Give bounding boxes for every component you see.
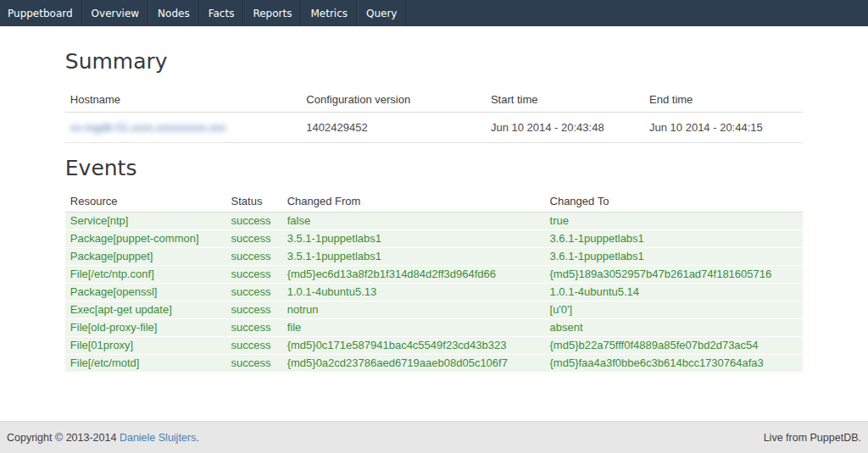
event-changed-from-cell: {md5}ec6d13a8f2b1f314d84d2ff3d964fd66 [282, 266, 545, 284]
nav-brand-item: Puppetboard [0, 0, 82, 26]
nav-item-overview-item: Overview [82, 0, 149, 26]
event-changed-to-cell: 3.6.1-1puppetlabs1 [545, 230, 804, 248]
event-status-cell: success [226, 248, 282, 266]
nav-item-query-item: Query [357, 0, 406, 26]
summary-hostname-cell: xx-mgdb-01.xxxx.xxxxxxxxx.xxx [65, 112, 302, 142]
event-changed-to-cell: 3.6.1-1puppetlabs1 [545, 248, 804, 266]
event-resource-cell: Exec[apt-get update] [65, 301, 226, 319]
event-status-cell: success [226, 337, 282, 355]
events-col-header: Resource [65, 192, 226, 213]
summary-col-header: End time [644, 88, 803, 113]
summary-col-header: Start time [486, 88, 644, 113]
event-changed-from-cell: 1.0.1-4ubuntu5.13 [282, 284, 545, 301]
nav-item-overview[interactable]: Overview [82, 0, 149, 26]
event-status-cell: success [226, 319, 282, 337]
summary-row: xx-mgdb-01.xxxx.xxxxxxxxx.xxx 1402429452… [65, 112, 803, 142]
event-changed-to-cell: [u'0'] [545, 301, 804, 319]
nav-item-facts-item: Facts [199, 0, 244, 26]
event-resource-cell: File[01proxy] [65, 337, 226, 355]
report-page: Summary HostnameConfiguration versionSta… [0, 26, 868, 421]
event-status-cell: success [226, 213, 282, 230]
event-changed-to-cell: true [545, 213, 804, 230]
nav-item-query[interactable]: Query [357, 0, 406, 26]
event-changed-from-cell: notrun [282, 301, 545, 319]
event-changed-to-cell: {md5}faa4a3f0bbe6c3b614bcc1730764afa3 [545, 355, 804, 373]
event-row: Service[ntp]successfalsetrue [65, 213, 803, 230]
event-status-cell: success [226, 355, 282, 373]
event-resource-cell: Service[ntp] [65, 213, 226, 230]
event-changed-to-cell: absent [545, 319, 804, 337]
copyright-suffix: . [196, 432, 198, 444]
event-resource-cell: Package[openssl] [65, 284, 226, 301]
event-row: File[old-proxy-file]successfileabsent [65, 319, 803, 337]
event-changed-to-cell: {md5}b22a75fff0f4889a85fe07bd2d73ac54 [545, 337, 804, 355]
summary-heading: Summary [65, 48, 803, 76]
event-changed-from-cell: {md5}0a2cd23786aed6719aaeb08d05c106f7 [282, 355, 545, 373]
event-status-cell: success [226, 284, 282, 301]
events-col-header: Status [226, 192, 282, 213]
footer: Copyright © 2013-2014 Daniele Sluijters.… [0, 421, 868, 453]
events-table: ResourceStatusChanged FromChanged To Ser… [65, 192, 803, 373]
event-resource-cell: Package[puppet-common] [65, 230, 226, 248]
event-changed-from-cell: file [282, 319, 545, 337]
summary-config-version-cell: 1402429452 [301, 112, 486, 142]
summary-col-header: Hostname [65, 88, 302, 113]
summary-start-time-cell: Jun 10 2014 - 20:43:48 [486, 112, 644, 142]
summary-table: HostnameConfiguration versionStart timeE… [65, 88, 803, 143]
event-row: Package[puppet-common]success3.5.1-1pupp… [65, 230, 803, 248]
author-link[interactable]: Daniele Sluijters [120, 432, 196, 444]
top-nav: PuppetboardOverviewNodesFactsReportsMetr… [0, 0, 868, 26]
event-row: Package[puppet]success3.5.1-1puppetlabs1… [65, 248, 803, 266]
events-header-row: ResourceStatusChanged FromChanged To [65, 192, 803, 213]
event-resource-cell: Package[puppet] [65, 248, 226, 266]
event-changed-from-cell: 3.5.1-1puppetlabs1 [282, 248, 545, 266]
summary-header-row: HostnameConfiguration versionStart timeE… [65, 88, 803, 113]
summary-end-time-cell: Jun 10 2014 - 20:44:15 [644, 112, 803, 142]
nav-list: PuppetboardOverviewNodesFactsReportsMetr… [0, 0, 868, 26]
event-changed-from-cell: {md5}0c171e587941bac4c5549f23cd43b323 [282, 337, 545, 355]
nav-item-reports[interactable]: Reports [243, 0, 301, 26]
event-status-cell: success [226, 301, 282, 319]
nav-item-metrics-item: Metrics [301, 0, 357, 26]
nav-item-facts[interactable]: Facts [199, 0, 244, 26]
event-changed-from-cell: false [282, 213, 545, 230]
copyright-text: Copyright © 2013-2014 Daniele Sluijters. [7, 432, 199, 444]
event-row: File[01proxy]success{md5}0c171e587941bac… [65, 337, 803, 355]
event-status-cell: success [226, 230, 282, 248]
event-row: File[/etc/ntp.conf]success{md5}ec6d13a8f… [65, 266, 803, 284]
event-row: Package[openssl]success1.0.1-4ubuntu5.13… [65, 284, 803, 301]
event-resource-cell: File[old-proxy-file] [65, 319, 226, 337]
events-col-header: Changed To [545, 192, 804, 213]
event-resource-cell: File[/etc/ntp.conf] [65, 266, 226, 284]
event-changed-from-cell: 3.5.1-1puppetlabs1 [282, 230, 545, 248]
events-col-header: Changed From [282, 192, 545, 213]
copyright-prefix: Copyright © 2013-2014 [7, 432, 120, 444]
nav-item-nodes[interactable]: Nodes [148, 0, 199, 26]
event-changed-to-cell: 1.0.1-4ubuntu5.14 [545, 284, 804, 301]
event-row: File[/etc/motd]success{md5}0a2cd23786aed… [65, 355, 803, 373]
event-resource-cell: File[/etc/motd] [65, 355, 226, 373]
event-row: Exec[apt-get update]successnotrun[u'0'] [65, 301, 803, 319]
nav-brand[interactable]: Puppetboard [0, 0, 82, 26]
nav-item-metrics[interactable]: Metrics [301, 0, 357, 26]
hostname-link[interactable]: xx-mgdb-01.xxxx.xxxxxxxxx.xxx [70, 121, 225, 134]
live-from-text: Live from PuppetDB. [764, 432, 861, 444]
nav-item-reports-item: Reports [243, 0, 301, 26]
summary-col-header: Configuration version [301, 88, 486, 113]
nav-item-nodes-item: Nodes [148, 0, 199, 26]
event-changed-to-cell: {md5}189a3052957b47b261ad74f181605716 [545, 266, 804, 284]
event-status-cell: success [226, 266, 282, 284]
events-heading: Events [65, 155, 803, 183]
